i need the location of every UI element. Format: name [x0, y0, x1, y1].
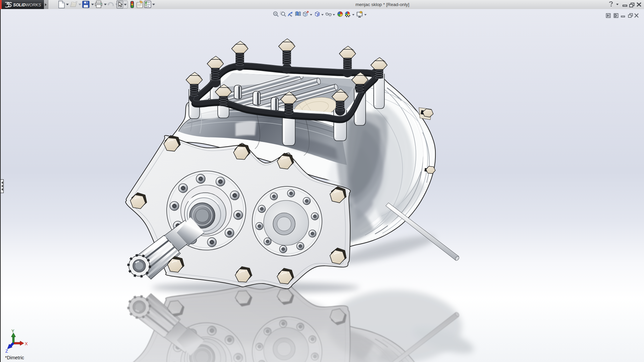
svg-text:SOLIDWORKS: SOLIDWORKS [13, 3, 41, 7]
